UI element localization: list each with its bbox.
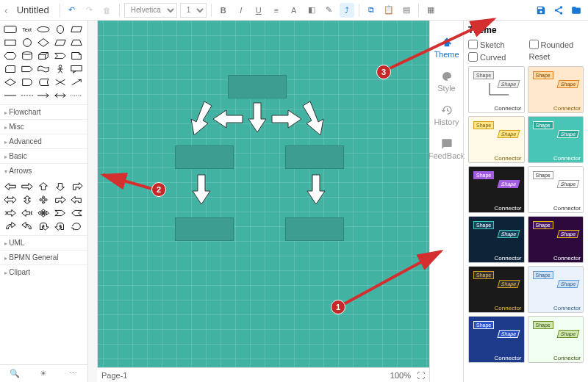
shape-card[interactable] [3, 63, 18, 75]
shape-rounded-rect[interactable] [3, 24, 18, 35]
save-icon[interactable] [534, 3, 548, 18]
font-color-icon[interactable]: A [287, 3, 301, 18]
theme-card[interactable]: ShapeShapeConnector [528, 266, 584, 313]
arrow-right[interactable] [270, 109, 303, 129]
theme-card[interactable]: ShapeShapeConnector [528, 66, 584, 113]
align-icon[interactable]: ≡ [269, 3, 284, 18]
shape-note[interactable] [69, 50, 84, 62]
shape-oval-tall[interactable] [53, 24, 68, 35]
search-shapes-icon[interactable]: 🔍 [7, 367, 22, 381]
line-dashed[interactable] [20, 90, 35, 101]
shape-skew[interactable] [69, 24, 84, 35]
canvas[interactable]: 1 2 3 Page-1 100% ⛶ [88, 21, 429, 382]
zoom-fit-icon[interactable]: ⛶ [417, 371, 425, 380]
check-rounded[interactable]: Rounded [529, 40, 584, 49]
arr-curve2[interactable] [20, 220, 35, 232]
arr-uturn2[interactable] [53, 220, 68, 232]
shape-hexagon[interactable] [3, 50, 18, 62]
theme-card[interactable]: ShapeShapeConnector [468, 116, 525, 163]
shape-arrow2[interactable] [69, 76, 84, 88]
copy-icon[interactable]: ⧉ [364, 3, 379, 18]
shape-cube[interactable] [36, 50, 51, 62]
page-label[interactable]: Page-1 [101, 371, 127, 380]
arrow-dr[interactable] [301, 100, 326, 137]
shape-or[interactable] [3, 76, 18, 88]
arr-left[interactable] [3, 181, 18, 192]
arr-stripe1[interactable] [3, 207, 18, 219]
bold-icon[interactable]: B [216, 3, 231, 18]
arr-bent1[interactable] [53, 194, 68, 206]
more-shapes-icon[interactable]: ⋯ [65, 367, 80, 381]
shape-x[interactable] [53, 76, 68, 88]
font-family-select[interactable]: Helvetica [124, 3, 177, 18]
arr-uturn1[interactable] [36, 220, 51, 232]
arrow-down-l[interactable] [191, 173, 212, 206]
italic-icon[interactable]: I [234, 3, 248, 18]
theme-card[interactable]: ShapeShapeConnector [468, 166, 525, 213]
cat-basic[interactable]: Basic [0, 148, 87, 163]
shape-oval-wide[interactable] [36, 24, 51, 35]
chevron-left-icon[interactable]: ‹ [4, 4, 8, 16]
cat-arrows[interactable]: Arrows [0, 163, 87, 178]
node-root[interactable] [228, 75, 287, 98]
shape-actor[interactable] [53, 63, 68, 75]
shape-text[interactable]: Text [20, 24, 35, 35]
node-bl[interactable] [175, 217, 234, 241]
arrow-down-r[interactable] [306, 173, 326, 206]
undo-icon[interactable]: ↶ [65, 3, 79, 18]
arr-down[interactable] [53, 181, 68, 192]
arr-ud[interactable] [20, 194, 35, 206]
redo-icon[interactable]: ↷ [82, 3, 97, 18]
shape-tape[interactable] [36, 63, 51, 75]
theme-card[interactable]: ShapeShapeConnector [528, 216, 584, 263]
share-icon[interactable] [551, 3, 566, 18]
shape-step[interactable] [53, 50, 68, 62]
line-dotted[interactable] [69, 90, 84, 101]
connector-icon[interactable]: ⤴ [340, 3, 354, 18]
cat-clipart[interactable]: Clipart [0, 264, 87, 279]
arrow-dl[interactable] [188, 100, 213, 137]
arr-chevr[interactable] [53, 207, 68, 219]
shape-rect[interactable] [3, 37, 18, 48]
shape-circle[interactable] [20, 37, 35, 48]
font-size-select[interactable]: 12 [180, 3, 207, 18]
pencil-icon[interactable]: ✎ [322, 3, 337, 18]
arr-chevl[interactable] [69, 207, 84, 219]
shape-trapezoid[interactable] [69, 37, 84, 48]
arr-lr[interactable] [3, 194, 18, 206]
fill-color-icon[interactable]: ◧ [304, 3, 319, 18]
arr-quad2[interactable] [36, 207, 51, 219]
arr-right[interactable] [20, 181, 35, 192]
arr-cycle[interactable] [69, 220, 84, 232]
shape-parallelogram[interactable] [53, 37, 68, 48]
shape-tag[interactable] [20, 63, 35, 75]
cat-uml[interactable]: UML [0, 235, 87, 250]
arr-curve1[interactable] [3, 220, 18, 232]
arrow-left[interactable] [212, 109, 244, 129]
theme-card[interactable]: ShapeShapeConnector [528, 166, 584, 213]
line-arrow1[interactable] [36, 90, 51, 101]
theme-card[interactable]: ShapeShapeConnector [528, 116, 584, 163]
folder-icon[interactable] [569, 3, 584, 18]
theme-card[interactable]: ShapeShapeConnector [468, 216, 525, 263]
line-arrow2[interactable] [53, 90, 68, 101]
delete-icon[interactable]: 🗑 [100, 3, 115, 18]
node-br[interactable] [285, 217, 344, 241]
node-left[interactable] [175, 145, 234, 169]
cat-flowchart[interactable]: Flowchart [0, 104, 87, 119]
shape-diamond[interactable] [36, 37, 51, 48]
arr-bent2[interactable] [69, 194, 84, 206]
theme-card[interactable]: ShapeShapeConnector [468, 66, 525, 113]
document-title[interactable]: Untitled [11, 4, 55, 15]
arr-up[interactable] [36, 181, 51, 192]
line-solid[interactable] [3, 90, 18, 101]
arr-turn[interactable] [69, 181, 84, 192]
reset-link[interactable]: Reset [529, 52, 584, 62]
settings-icon[interactable]: ☀ [36, 367, 51, 381]
arr-quad[interactable] [36, 194, 51, 206]
tab-history[interactable]: History [430, 98, 463, 132]
theme-card[interactable]: ShapeShapeConnector [468, 316, 525, 363]
node-right[interactable] [285, 145, 344, 169]
theme-card[interactable]: ShapeShapeConnector [468, 266, 525, 313]
cat-misc[interactable]: Misc [0, 119, 87, 134]
